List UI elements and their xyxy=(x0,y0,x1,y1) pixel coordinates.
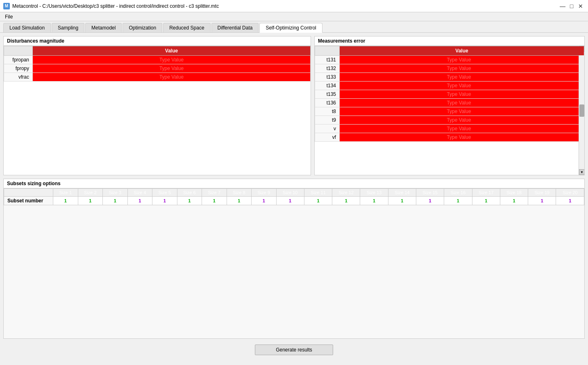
meas-row-label: vf xyxy=(315,133,340,142)
subsets-value-cell[interactable]: 1 xyxy=(332,197,360,205)
table-row[interactable]: t133Type Value xyxy=(315,73,584,82)
dist-value-cell[interactable]: Type Value xyxy=(33,56,311,64)
meas-row-label: t8 xyxy=(315,107,340,116)
dist-value-cell[interactable]: Type Value xyxy=(33,73,311,82)
scrollbar-track[interactable]: ▲ ▼ xyxy=(579,46,584,175)
tab-self-optimizing-control[interactable]: Self-Optimizing Control xyxy=(259,23,322,33)
tab-differential-data[interactable]: Differential Data xyxy=(211,23,259,32)
table-row[interactable]: t136Type Value xyxy=(315,99,584,107)
table-row[interactable]: t9Type Value xyxy=(315,116,584,125)
meas-value-cell[interactable]: Type Value xyxy=(340,82,584,90)
subsets-row: Subset number11111111111111111111 xyxy=(4,197,584,205)
subsets-value-cell[interactable]: 1 xyxy=(472,197,500,205)
subsets-value-cell[interactable]: 1 xyxy=(304,197,332,205)
meas-value-cell[interactable]: Type Value xyxy=(340,90,584,99)
tab-optimization[interactable]: Optimization xyxy=(123,23,162,32)
dist-col-empty xyxy=(4,46,33,56)
title-bar-controls: — □ ✕ xyxy=(558,2,585,10)
meas-value-cell[interactable]: Type Value xyxy=(340,73,584,82)
meas-col-value: Value xyxy=(340,46,584,56)
tab-load-simulation[interactable]: Load Simulation xyxy=(3,23,51,32)
subsets-value-cell[interactable]: 1 xyxy=(227,197,252,205)
meas-row-label: t133 xyxy=(315,73,340,82)
meas-value-cell[interactable]: Type Value xyxy=(340,99,584,107)
subsets-value-cell[interactable]: 1 xyxy=(252,197,277,205)
subsets-value-cell[interactable]: 1 xyxy=(127,197,152,205)
disturbances-panel: Disturbances magnitude Value fpropanType… xyxy=(3,36,311,175)
dist-value-cell[interactable]: Type Value xyxy=(33,64,311,73)
disturbances-title: Disturbances magnitude xyxy=(4,36,311,46)
measurements-panel: Measurements error Value t131Type Valuet… xyxy=(314,36,585,175)
meas-value-cell[interactable]: Type Value xyxy=(340,125,584,133)
subsets-value-cell[interactable]: 1 xyxy=(202,197,227,205)
meas-value-cell[interactable]: Type Value xyxy=(340,116,584,125)
subsets-value-cell[interactable]: 1 xyxy=(528,197,556,205)
subsets-value-cell[interactable]: 1 xyxy=(177,197,202,205)
generate-results-button[interactable]: Generate results xyxy=(255,345,333,355)
generate-btn-area: Generate results xyxy=(3,342,585,358)
maximize-button[interactable]: □ xyxy=(568,2,576,10)
meas-row-label: v xyxy=(315,125,340,133)
scrollbar-thumb xyxy=(579,104,584,117)
meas-value-cell[interactable]: Type Value xyxy=(340,133,584,142)
subsets-value-cell[interactable]: 1 xyxy=(152,197,177,205)
meas-col-empty xyxy=(315,46,340,56)
table-row[interactable]: t134Type Value xyxy=(315,82,584,90)
subsets-size20-header: Size 20 xyxy=(556,189,584,197)
menu-file[interactable]: File xyxy=(2,13,16,20)
tab-reduced-space[interactable]: Reduced Space xyxy=(163,23,210,32)
menu-bar: File xyxy=(0,12,588,21)
subsets-value-cell[interactable]: 1 xyxy=(556,197,584,205)
table-row[interactable]: t135Type Value xyxy=(315,90,584,99)
table-row[interactable]: fpropanType Value xyxy=(4,56,311,64)
table-row[interactable]: t132Type Value xyxy=(315,64,584,73)
subsets-value-cell[interactable]: 1 xyxy=(388,197,416,205)
close-button[interactable]: ✕ xyxy=(577,2,585,10)
minimize-button[interactable]: — xyxy=(558,2,567,10)
subsets-size5-header: Size 5 xyxy=(152,189,177,197)
meas-value-cell[interactable]: Type Value xyxy=(340,107,584,116)
subsets-value-cell[interactable]: 1 xyxy=(444,197,472,205)
disturbances-table: Value fpropanType ValuefpropyType Valuev… xyxy=(4,46,311,82)
subsets-size4-header: Size 4 xyxy=(127,189,152,197)
meas-row-label: t134 xyxy=(315,82,340,90)
subsets-title: Subsets sizing options xyxy=(4,179,584,188)
table-row[interactable]: vType Value xyxy=(315,125,584,133)
dist-col-value: Value xyxy=(33,46,311,56)
disturbances-table-container: Value fpropanType ValuefpropyType Valuev… xyxy=(4,46,311,175)
subsets-value-cell[interactable]: 1 xyxy=(103,197,128,205)
table-row[interactable]: vfType Value xyxy=(315,133,584,142)
meas-value-cell[interactable]: Type Value xyxy=(340,56,584,64)
subsets-value-cell[interactable]: 1 xyxy=(360,197,388,205)
measurements-table-container: Value t131Type Valuet132Type Valuet133Ty… xyxy=(315,46,584,175)
main-content: Disturbances magnitude Value fpropanType… xyxy=(0,33,588,363)
subsets-value-cell[interactable]: 1 xyxy=(500,197,528,205)
subsets-size1-header: Size 1 xyxy=(53,189,78,197)
subsets-value-cell[interactable]: 1 xyxy=(53,197,78,205)
meas-row-label: t135 xyxy=(315,90,340,99)
dist-row-label: vfrac xyxy=(4,73,33,82)
subsets-size6-header: Size 6 xyxy=(177,189,202,197)
subsets-size8-header: Size 8 xyxy=(227,189,252,197)
tab-sampling[interactable]: Sampling xyxy=(52,23,84,32)
meas-row-label: t131 xyxy=(315,56,340,64)
title-bar-left: M Metacontrol - C:/Users/victo/Desktop/c… xyxy=(3,3,219,9)
tabs-bar: Load Simulation Sampling Metamodel Optim… xyxy=(0,21,588,33)
subsets-size14-header: Size 14 xyxy=(388,189,416,197)
subsets-panel: Subsets sizing options Size 1 Size 2 Siz… xyxy=(3,179,585,339)
table-row[interactable]: t131Type Value xyxy=(315,56,584,64)
table-row[interactable]: t8Type Value xyxy=(315,107,584,116)
tab-metamodel[interactable]: Metamodel xyxy=(85,23,122,32)
subsets-size16-header: Size 16 xyxy=(444,189,472,197)
subsets-value-cell[interactable]: 1 xyxy=(78,197,103,205)
subsets-size11-header: Size 11 xyxy=(304,189,332,197)
subsets-table-container: Size 1 Size 2 Size 3 Size 4 Size 5 Size … xyxy=(4,188,584,205)
table-row[interactable]: vfracType Value xyxy=(4,73,311,82)
subsets-value-cell[interactable]: 1 xyxy=(416,197,444,205)
meas-row-label: t9 xyxy=(315,116,340,125)
dist-row-label: fpropy xyxy=(4,64,33,73)
meas-value-cell[interactable]: Type Value xyxy=(340,64,584,73)
scroll-down-button[interactable]: ▼ xyxy=(579,169,584,175)
table-row[interactable]: fpropyType Value xyxy=(4,64,311,73)
subsets-value-cell[interactable]: 1 xyxy=(276,197,304,205)
